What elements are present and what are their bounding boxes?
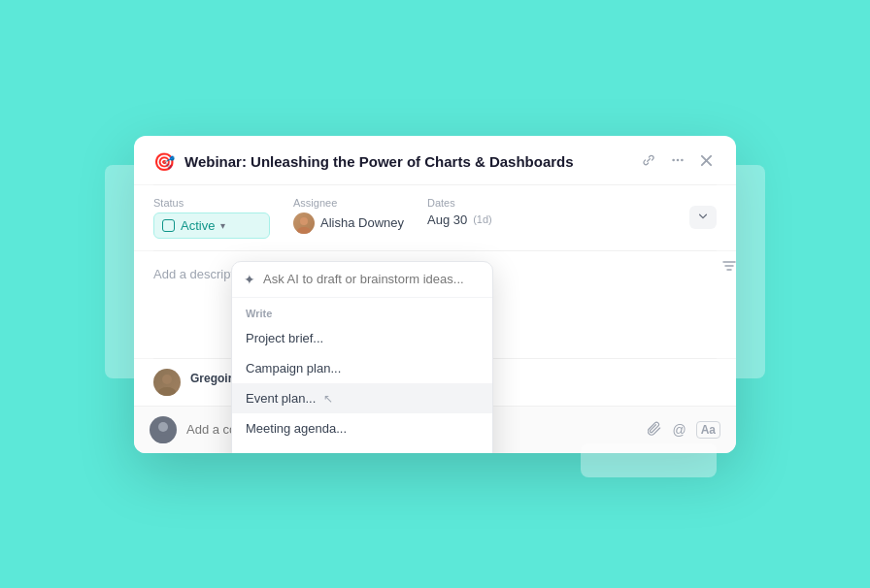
ai-search-box: ✦ bbox=[232, 262, 492, 298]
status-checkbox-icon bbox=[162, 219, 175, 232]
svg-point-1 bbox=[677, 158, 680, 161]
svg-point-3 bbox=[300, 217, 308, 225]
modal-header: 🎯 Webinar: Unleashing the Power of Chart… bbox=[134, 136, 736, 185]
dropdown-item-project-brief[interactable]: Project brief... bbox=[232, 323, 492, 353]
close-button[interactable] bbox=[696, 151, 717, 173]
attach-button[interactable] bbox=[648, 421, 662, 439]
dates-date: Aug 30 bbox=[427, 212, 467, 227]
format-button[interactable]: Aa bbox=[696, 421, 720, 439]
assignee-name: Alisha Downey bbox=[320, 215, 404, 230]
link-button[interactable] bbox=[638, 151, 659, 173]
modal-title: Webinar: Unleashing the Power of Charts … bbox=[184, 153, 628, 170]
assignee-field: Assignee Alisha Downey bbox=[293, 197, 427, 239]
modal-body: Add a description o... ✦ Write Project b… bbox=[134, 251, 736, 358]
dropdown-item-meeting-agenda[interactable]: Meeting agenda... bbox=[232, 413, 492, 443]
svg-point-7 bbox=[158, 422, 168, 432]
chevron-down-icon: ▾ bbox=[220, 220, 225, 231]
svg-point-4 bbox=[297, 227, 311, 234]
filter-icon-wrapper bbox=[722, 259, 736, 277]
dropdown-item-campaign-plan[interactable]: Campaign plan... bbox=[232, 353, 492, 383]
activity-avatar bbox=[153, 369, 181, 396]
dates-field: Dates Aug 30 (1d) bbox=[427, 197, 516, 239]
svg-point-0 bbox=[672, 158, 675, 161]
dropdown-section-write: Write bbox=[232, 298, 492, 323]
task-type-icon: 🎯 bbox=[153, 151, 175, 173]
svg-point-2 bbox=[681, 158, 684, 161]
modal-wrapper: 🎯 Webinar: Unleashing the Power of Chart… bbox=[134, 136, 736, 453]
ai-dropdown: ✦ Write Project brief... Campaign plan..… bbox=[231, 261, 493, 453]
dates-value: Aug 30 (1d) bbox=[427, 212, 492, 227]
status-label: Status bbox=[153, 197, 270, 209]
mention-button[interactable]: @ bbox=[672, 422, 686, 438]
dropdown-item-marketing-text[interactable]: Marketing text... bbox=[232, 443, 492, 453]
header-actions bbox=[638, 151, 717, 173]
status-value: Active bbox=[181, 218, 215, 233]
status-field: Status Active ▾ bbox=[153, 197, 293, 239]
assignee-value: Alisha Downey bbox=[293, 212, 404, 234]
svg-point-5 bbox=[162, 375, 172, 384]
cursor-icon: ↖ bbox=[323, 392, 333, 406]
dropdown-item-event-plan[interactable]: Event plan... ↖ bbox=[232, 383, 492, 413]
ai-search-input[interactable] bbox=[263, 272, 481, 286]
assignee-avatar bbox=[293, 212, 315, 234]
status-button[interactable]: Active ▾ bbox=[153, 212, 270, 239]
dates-duration: (1d) bbox=[473, 213, 492, 225]
svg-point-6 bbox=[158, 387, 176, 396]
ai-sparkle-icon: ✦ bbox=[244, 272, 255, 287]
expand-button[interactable] bbox=[689, 206, 717, 229]
task-modal: 🎯 Webinar: Unleashing the Power of Chart… bbox=[134, 136, 736, 453]
bg-decoration-bottom bbox=[581, 443, 717, 477]
comment-actions: @ Aa bbox=[648, 421, 720, 439]
meta-row: Status Active ▾ Assignee Alisha bbox=[134, 185, 736, 251]
svg-point-8 bbox=[154, 435, 172, 443]
more-options-button[interactable] bbox=[667, 151, 688, 173]
comment-avatar bbox=[150, 416, 177, 443]
dates-label: Dates bbox=[427, 197, 492, 209]
assignee-label: Assignee bbox=[293, 197, 404, 209]
